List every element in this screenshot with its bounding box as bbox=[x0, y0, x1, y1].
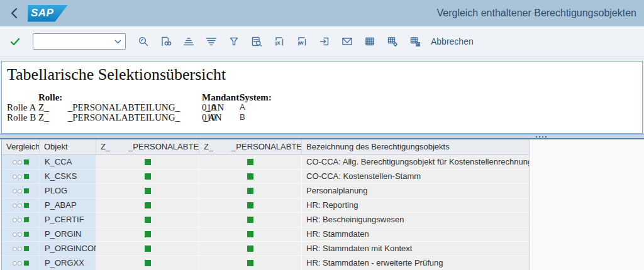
green-square-icon bbox=[145, 231, 151, 237]
table-row[interactable]: P_ORGIN HR: Stammdaten bbox=[2, 227, 529, 242]
svg-text:w: w bbox=[299, 40, 304, 46]
role-a-status-cell bbox=[96, 155, 199, 170]
search-next-icon[interactable] bbox=[160, 36, 172, 47]
object-name: K_CSKS bbox=[40, 170, 96, 184]
table-row[interactable]: PLOG Personalplanung bbox=[2, 184, 529, 198]
selection-table: Rolle: Mandant: System: Rolle A Z_ _PERS… bbox=[7, 92, 642, 122]
green-square-icon bbox=[247, 188, 253, 194]
role-b-status-cell bbox=[199, 256, 302, 270]
export-word-icon[interactable]: w bbox=[296, 36, 308, 47]
role-a-status-cell bbox=[96, 213, 199, 227]
role-b-status-cell bbox=[199, 213, 302, 227]
column-header-objekt[interactable]: Objekt bbox=[40, 139, 96, 154]
table-row[interactable]: P_ORGINCON HR: Stammdaten mit Kontext bbox=[2, 242, 529, 256]
system-column-label: System: bbox=[240, 92, 642, 102]
column-header-vergleich[interactable]: Vergleich bbox=[2, 139, 40, 154]
client-column-label: Mandant: bbox=[202, 92, 240, 102]
object-name: P_ORGIN bbox=[40, 227, 96, 242]
table-view-icon[interactable] bbox=[364, 36, 375, 47]
object-name: P_ORGINCON bbox=[40, 242, 96, 256]
role-a-system: A bbox=[240, 102, 642, 112]
compare-status-icon bbox=[2, 213, 40, 227]
sort-ascending-icon[interactable] bbox=[183, 36, 194, 47]
filter-icon[interactable] bbox=[228, 36, 240, 47]
authorization-objects-table: Vergleich Objekt Z_ _PERSONALABTEIL Z_ _… bbox=[1, 139, 529, 270]
green-square-icon bbox=[145, 246, 151, 252]
panel-heading: Tabellarische Selektionsübersicht bbox=[7, 65, 642, 84]
selection-overview-panel: Tabellarische Selektionsübersicht Rolle:… bbox=[1, 61, 643, 134]
object-name: P_ORGXX bbox=[40, 256, 96, 270]
green-square-icon bbox=[247, 260, 253, 266]
compare-status-icon bbox=[2, 242, 40, 256]
table-row[interactable]: K_CCA CO-CCA: Allg. Berechtigungsobjekt … bbox=[2, 155, 529, 170]
command-input[interactable] bbox=[36, 35, 110, 48]
chevron-down-icon bbox=[114, 40, 121, 44]
table-row[interactable]: K_CSKS CO-CCA: Kostenstellen-Stamm bbox=[2, 170, 529, 184]
role-b-client: 010 bbox=[202, 112, 240, 122]
top-bar: SAP Vergleich enthaltener Berechtigungso… bbox=[0, 0, 644, 26]
role-a-status-cell bbox=[96, 198, 199, 213]
role-a-label: Rolle A bbox=[7, 102, 38, 112]
spacer-cell bbox=[7, 92, 38, 102]
green-square-icon bbox=[145, 159, 151, 165]
role-a-name: Z_ _PERSONALABTEILUNG_ ._AN bbox=[38, 102, 202, 112]
command-combobox[interactable] bbox=[33, 33, 126, 50]
role-b-label: Rolle B bbox=[7, 112, 38, 122]
object-description: CO-CCA: Allg. Berechtigungsobjekt für Ko… bbox=[302, 155, 530, 170]
sort-descending-icon[interactable] bbox=[206, 36, 217, 47]
green-square-icon bbox=[247, 246, 253, 252]
role-a-status-cell bbox=[96, 256, 199, 270]
empty-right-pane bbox=[529, 139, 644, 270]
export-excel-icon[interactable]: x bbox=[274, 36, 285, 47]
table-settings-icon[interactable] bbox=[387, 36, 398, 47]
role-b-status-cell bbox=[199, 155, 302, 170]
object-description: CO-CCA: Kostenstellen-Stamm bbox=[302, 170, 530, 184]
object-name: P_CERTIF bbox=[40, 213, 96, 227]
object-name: PLOG bbox=[40, 184, 96, 198]
green-square-icon bbox=[145, 188, 151, 194]
green-square-icon bbox=[145, 260, 151, 266]
green-square-icon bbox=[145, 173, 151, 180]
object-description: HR: Stammdaten mit Kontext bbox=[302, 242, 530, 256]
role-a-status-cell bbox=[96, 184, 199, 198]
sap-logo-text: SAP bbox=[31, 7, 53, 19]
local-file-icon[interactable] bbox=[319, 36, 330, 47]
compare-status-icon bbox=[2, 155, 40, 170]
back-chevron-icon bbox=[9, 7, 19, 19]
send-mail-icon[interactable] bbox=[341, 36, 353, 47]
role-b-status-cell bbox=[199, 227, 302, 242]
toolbar: x w bbox=[0, 26, 644, 57]
table-row[interactable]: P_ORGXX HR: Stammdaten - erweiterte Prüf… bbox=[2, 256, 529, 270]
role-b-status-cell bbox=[199, 242, 302, 256]
column-header-role-b[interactable]: Z_ _PERSONALABTEIL bbox=[199, 139, 302, 154]
sap-logo: SAP bbox=[28, 5, 68, 22]
table-row[interactable]: P_ABAP HR: Reporting bbox=[2, 198, 529, 213]
column-header-role-a[interactable]: Z_ _PERSONALABTEIL bbox=[96, 139, 199, 154]
object-description: HR: Bescheinigungswesen bbox=[302, 213, 530, 227]
cancel-button[interactable]: Abbrechen bbox=[431, 36, 474, 46]
grid-body: K_CCA CO-CCA: Allg. Berechtigungsobjekt … bbox=[2, 155, 529, 270]
role-a-status-cell bbox=[96, 227, 199, 242]
role-b-name: Z_ _PERSONALABTEILUNG_ _AN bbox=[38, 112, 202, 122]
role-a-status-cell bbox=[96, 170, 199, 184]
compare-status-icon bbox=[2, 256, 40, 270]
grid-area: Vergleich Objekt Z_ _PERSONALABTEIL Z_ _… bbox=[0, 138, 644, 270]
green-square-icon bbox=[247, 217, 253, 223]
table-row[interactable]: P_CERTIF HR: Bescheinigungswesen bbox=[2, 213, 529, 227]
green-square-icon bbox=[247, 159, 253, 165]
confirm-check-icon[interactable] bbox=[9, 36, 21, 47]
green-square-icon bbox=[145, 202, 151, 208]
role-a-client: 010 bbox=[202, 102, 240, 112]
compare-status-icon bbox=[2, 184, 40, 198]
role-b-status-cell bbox=[199, 198, 302, 213]
table-save-icon[interactable] bbox=[409, 36, 421, 47]
object-name: K_CCA bbox=[40, 155, 96, 170]
page-title: Vergleich enthaltener Berechtigungsobjek… bbox=[436, 8, 636, 19]
column-header-bezeichnung[interactable]: Bezeichnung des Berechtigungsobjekts bbox=[302, 139, 530, 154]
find-in-table-icon[interactable] bbox=[251, 36, 262, 47]
object-description: HR: Stammdaten bbox=[302, 227, 530, 242]
green-square-icon bbox=[247, 173, 253, 180]
search-icon[interactable] bbox=[138, 36, 149, 47]
object-description: Personalplanung bbox=[302, 184, 530, 198]
back-button[interactable] bbox=[4, 3, 25, 24]
